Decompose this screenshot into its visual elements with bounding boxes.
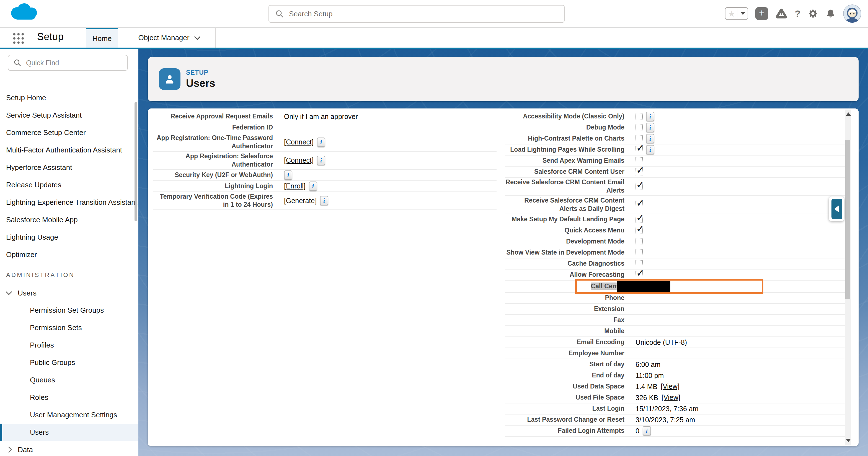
sidebar-item-users[interactable]: Users: [0, 424, 138, 441]
info-icon[interactable]: [646, 123, 654, 132]
checkbox-unchecked-icon[interactable]: [636, 260, 643, 267]
info-icon[interactable]: [646, 134, 654, 143]
sidebar-item-permission-sets[interactable]: Permission Sets: [0, 319, 138, 336]
field-label-text: Development Mode: [566, 238, 624, 245]
quick-find-input[interactable]: [26, 59, 127, 67]
field-action-link[interactable]: [View]: [661, 393, 680, 401]
field-row-lightning-login: Lightning Login[Enroll]: [153, 181, 497, 192]
field-value: [624, 112, 845, 121]
salesforce-logo-icon[interactable]: [7, 1, 42, 26]
sidebar-item-permission-set-groups[interactable]: Permission Set Groups: [0, 302, 138, 319]
sidebar-group-users[interactable]: Users: [0, 285, 138, 302]
field-value: [624, 201, 845, 208]
sidebar-item-queues[interactable]: Queues: [0, 371, 138, 389]
checkbox-checked-icon[interactable]: [636, 227, 643, 234]
field-row-last-password-change-or-reset: Last Password Change or Reset3/10/2023, …: [505, 415, 845, 426]
brand-accent-line: [0, 47, 868, 49]
notifications-bell-icon[interactable]: [826, 8, 836, 19]
sidebar-item-hyperforce-assistant[interactable]: Hyperforce Assistant: [0, 159, 138, 176]
setup-tab-bar: Setup Home Object Manager: [0, 27, 868, 47]
checkbox-checked-icon[interactable]: [636, 271, 643, 279]
checkbox-unchecked-icon[interactable]: [636, 135, 643, 142]
content-scrollbar-thumb[interactable]: [845, 140, 850, 299]
sidebar-item-public-groups[interactable]: Public Groups: [0, 354, 138, 371]
field-action-link[interactable]: [Connect]: [284, 156, 314, 164]
favorites-star-icon[interactable]: ★: [725, 7, 738, 20]
favorites-dropdown-icon[interactable]: [738, 7, 748, 20]
field-value: [624, 238, 845, 245]
quick-create-plus-icon[interactable]: [755, 7, 768, 20]
info-icon[interactable]: [646, 112, 654, 121]
field-value: 0: [624, 426, 845, 435]
field-action-link[interactable]: [Connect]: [284, 138, 314, 146]
field-row-federation-id: Federation ID: [153, 122, 497, 133]
sidebar-item-optimizer[interactable]: Optimizer: [0, 246, 138, 263]
field-action-link[interactable]: [View]: [661, 382, 680, 390]
info-icon[interactable]: [643, 426, 651, 435]
scroll-up-icon[interactable]: [846, 112, 851, 116]
field-action-link[interactable]: [Enroll]: [284, 182, 306, 190]
checkbox-checked-icon[interactable]: [636, 168, 643, 175]
field-label: Show View State in Development Mode: [505, 249, 624, 257]
help-icon[interactable]: ?: [795, 8, 801, 19]
sidebar-item-release-updates[interactable]: Release Updates: [0, 176, 138, 194]
tab-object-manager[interactable]: Object Manager: [130, 28, 207, 47]
field-value-text: 11:00 pm: [636, 371, 664, 380]
search-setup-input[interactable]: [289, 10, 564, 18]
checkbox-checked-icon[interactable]: [636, 183, 643, 190]
info-icon[interactable]: [317, 137, 325, 147]
field-row-security-key-u2f-or-webauthn: Security Key (U2F or WebAuthn): [153, 170, 497, 181]
info-icon[interactable]: [309, 182, 317, 191]
info-icon[interactable]: [284, 170, 292, 180]
checkbox-unchecked-icon[interactable]: [636, 238, 643, 245]
app-launcher-icon[interactable]: [12, 32, 24, 44]
sidebar-group-data[interactable]: Data: [0, 441, 138, 456]
field-label: High-Contrast Palette on Charts: [505, 134, 624, 143]
guidance-center-icon[interactable]: [775, 7, 787, 20]
tab-home[interactable]: Home: [86, 28, 118, 47]
field-label-text: App Registration: One-Time Password Auth…: [157, 134, 273, 150]
sidebar-item-commerce-setup-center[interactable]: Commerce Setup Center: [0, 124, 138, 141]
expand-side-panel-button[interactable]: [832, 199, 842, 219]
scroll-down-icon[interactable]: [846, 439, 851, 442]
field-row-allow-forecasting: Allow Forecasting: [505, 269, 845, 281]
sidebar-item-multi-factor-authentication-assistant[interactable]: Multi-Factor Authentication Assistant: [0, 141, 138, 159]
field-label-text: Security Key (U2F or WebAuthn): [175, 171, 273, 178]
checkbox-unchecked-icon[interactable]: [636, 249, 643, 256]
field-label-text: Fax: [613, 316, 624, 323]
sidebar-item-lightning-experience-transition-assistant[interactable]: Lightning Experience Transition Assistan…: [0, 194, 138, 211]
checkbox-checked-icon[interactable]: [636, 146, 643, 153]
field-label: Accessibility Mode (Classic Only): [505, 112, 624, 121]
field-label-text: App Registration: Salesforce Authenticat…: [185, 153, 273, 168]
field-action-link[interactable]: [Generate]: [284, 197, 317, 205]
checkbox-checked-icon[interactable]: [636, 201, 643, 208]
sidebar-item-label: Commerce Setup Center: [6, 128, 86, 137]
field-value-text: 0: [636, 427, 640, 435]
sidebar-scrollbar-thumb[interactable]: [134, 102, 137, 221]
info-icon[interactable]: [317, 156, 325, 165]
setup-gear-icon[interactable]: [808, 8, 818, 19]
sidebar-item-lightning-usage[interactable]: Lightning Usage: [0, 229, 138, 246]
sidebar-item-setup-home[interactable]: Setup Home: [0, 89, 138, 106]
checkbox-checked-icon[interactable]: [636, 216, 643, 223]
checkbox-unchecked-icon[interactable]: [636, 157, 643, 164]
sidebar-item-roles[interactable]: Roles: [0, 389, 138, 406]
setup-main-area: SETUP Users Receive Approval Request Ema…: [138, 49, 868, 456]
info-icon[interactable]: [646, 145, 654, 154]
sidebar-item-label: Permission Set Groups: [30, 306, 104, 315]
users-object-icon: [159, 68, 181, 90]
sidebar-item-label: Optimizer: [6, 251, 37, 259]
sidebar-item-user-management-settings[interactable]: User Management Settings: [0, 406, 138, 424]
info-icon[interactable]: [320, 196, 328, 205]
content-scrollbar[interactable]: [845, 109, 851, 445]
sidebar-item-service-setup-assistant[interactable]: Service Setup Assistant: [0, 106, 138, 124]
field-label: Fax: [505, 316, 624, 324]
checkbox-unchecked-icon[interactable]: [636, 113, 643, 120]
checkbox-unchecked-icon[interactable]: [636, 124, 643, 131]
user-avatar[interactable]: [843, 4, 861, 23]
sidebar-item-profiles[interactable]: Profiles: [0, 336, 138, 354]
field-row-salesforce-crm-content-user: Salesforce CRM Content User: [505, 167, 845, 177]
field-value: 3/10/2023, 7:25 am: [624, 416, 845, 424]
field-label-text: Load Lightning Pages While Scrolling: [510, 146, 624, 153]
sidebar-item-salesforce-mobile-app[interactable]: Salesforce Mobile App: [0, 211, 138, 229]
